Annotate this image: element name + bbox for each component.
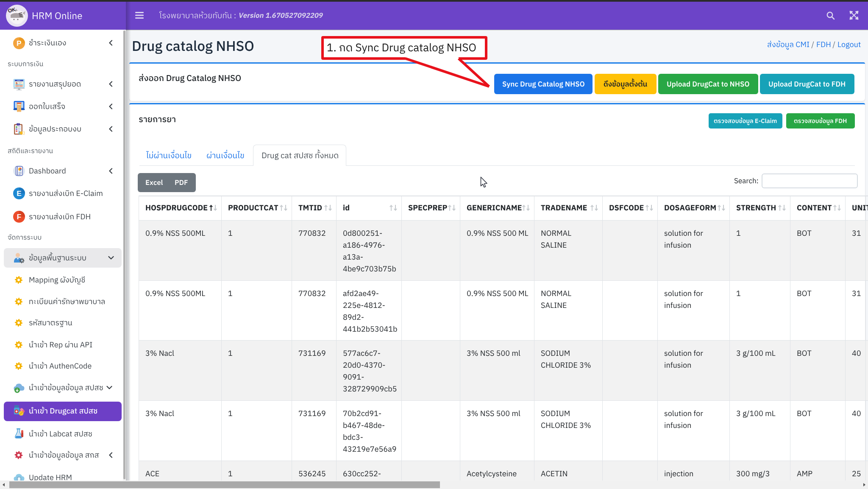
svg-text:F: F [17, 213, 21, 221]
svg-text:E: E [17, 190, 21, 198]
svg-text:P: P [17, 39, 21, 48]
